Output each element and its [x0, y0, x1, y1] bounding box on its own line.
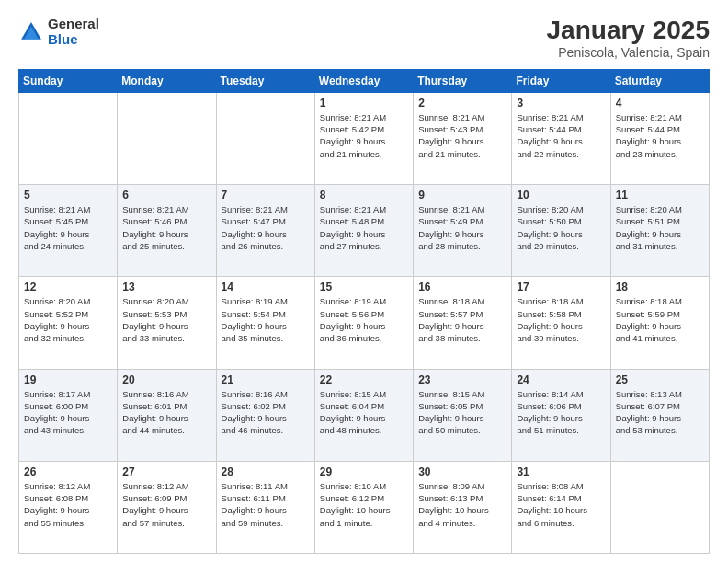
day-info: Sunrise: 8:21 AM Sunset: 5:43 PM Dayligh… — [418, 111, 506, 160]
calendar-week-row: 1Sunrise: 8:21 AM Sunset: 5:42 PM Daylig… — [19, 92, 710, 184]
table-row: 4Sunrise: 8:21 AM Sunset: 5:44 PM Daylig… — [610, 92, 709, 184]
day-number: 12 — [24, 281, 112, 293]
table-row: 1Sunrise: 8:21 AM Sunset: 5:42 PM Daylig… — [314, 92, 413, 184]
day-info: Sunrise: 8:10 AM Sunset: 6:12 PM Dayligh… — [320, 480, 408, 529]
table-row: 18Sunrise: 8:18 AM Sunset: 5:59 PM Dayli… — [610, 277, 709, 369]
day-info: Sunrise: 8:21 AM Sunset: 5:42 PM Dayligh… — [320, 111, 408, 160]
table-row — [216, 92, 314, 184]
table-row: 12Sunrise: 8:20 AM Sunset: 5:52 PM Dayli… — [19, 277, 118, 369]
day-number: 14 — [222, 281, 310, 293]
table-row: 21Sunrise: 8:16 AM Sunset: 6:02 PM Dayli… — [216, 369, 314, 461]
day-number: 22 — [320, 373, 408, 386]
day-number: 25 — [616, 373, 704, 386]
col-saturday: Saturday — [610, 69, 709, 92]
table-row: 6Sunrise: 8:21 AM Sunset: 5:46 PM Daylig… — [118, 185, 216, 277]
day-info: Sunrise: 8:18 AM Sunset: 5:59 PM Dayligh… — [616, 295, 704, 344]
day-number: 29 — [320, 465, 408, 478]
day-info: Sunrise: 8:12 AM Sunset: 6:08 PM Dayligh… — [24, 480, 112, 529]
calendar-table: Sunday Monday Tuesday Wednesday Thursday… — [18, 69, 710, 554]
day-number: 10 — [517, 189, 605, 201]
logo-icon — [18, 19, 44, 45]
day-number: 3 — [517, 97, 605, 109]
table-row: 13Sunrise: 8:20 AM Sunset: 5:53 PM Dayli… — [118, 277, 216, 369]
day-number: 1 — [320, 97, 408, 109]
table-row — [610, 461, 709, 553]
col-monday: Monday — [118, 69, 216, 92]
table-row: 14Sunrise: 8:19 AM Sunset: 5:54 PM Dayli… — [216, 277, 314, 369]
day-number: 11 — [616, 189, 704, 201]
day-number: 23 — [418, 373, 506, 386]
day-number: 17 — [517, 281, 605, 293]
table-row: 31Sunrise: 8:08 AM Sunset: 6:14 PM Dayli… — [512, 461, 610, 553]
table-row: 9Sunrise: 8:21 AM Sunset: 5:49 PM Daylig… — [414, 185, 512, 277]
table-row: 22Sunrise: 8:15 AM Sunset: 6:04 PM Dayli… — [314, 369, 413, 461]
header-row: Sunday Monday Tuesday Wednesday Thursday… — [19, 69, 710, 92]
day-number: 31 — [517, 465, 605, 478]
day-info: Sunrise: 8:16 AM Sunset: 6:01 PM Dayligh… — [122, 388, 210, 437]
day-number: 24 — [517, 373, 605, 386]
day-number: 6 — [122, 189, 210, 201]
col-thursday: Thursday — [414, 69, 512, 92]
calendar-week-row: 26Sunrise: 8:12 AM Sunset: 6:08 PM Dayli… — [19, 461, 710, 553]
day-info: Sunrise: 8:13 AM Sunset: 6:07 PM Dayligh… — [616, 388, 704, 437]
day-info: Sunrise: 8:21 AM Sunset: 5:45 PM Dayligh… — [24, 203, 112, 252]
day-number: 13 — [122, 281, 210, 293]
day-number: 20 — [122, 373, 210, 386]
subtitle: Peniscola, Valencia, Spain — [547, 45, 710, 60]
table-row: 23Sunrise: 8:15 AM Sunset: 6:05 PM Dayli… — [414, 369, 512, 461]
table-row: 24Sunrise: 8:14 AM Sunset: 6:06 PM Dayli… — [512, 369, 610, 461]
table-row: 28Sunrise: 8:11 AM Sunset: 6:11 PM Dayli… — [216, 461, 314, 553]
col-wednesday: Wednesday — [314, 69, 413, 92]
table-row: 17Sunrise: 8:18 AM Sunset: 5:58 PM Dayli… — [512, 277, 610, 369]
day-info: Sunrise: 8:20 AM Sunset: 5:52 PM Dayligh… — [24, 295, 112, 344]
table-row: 16Sunrise: 8:18 AM Sunset: 5:57 PM Dayli… — [414, 277, 512, 369]
header: General Blue January 2025 Peniscola, Val… — [18, 17, 710, 60]
table-row: 2Sunrise: 8:21 AM Sunset: 5:43 PM Daylig… — [414, 92, 512, 184]
day-info: Sunrise: 8:20 AM Sunset: 5:53 PM Dayligh… — [122, 295, 210, 344]
table-row: 11Sunrise: 8:20 AM Sunset: 5:51 PM Dayli… — [610, 185, 709, 277]
table-row: 25Sunrise: 8:13 AM Sunset: 6:07 PM Dayli… — [610, 369, 709, 461]
logo-blue: Blue — [48, 32, 99, 48]
day-info: Sunrise: 8:12 AM Sunset: 6:09 PM Dayligh… — [122, 480, 210, 529]
day-info: Sunrise: 8:18 AM Sunset: 5:58 PM Dayligh… — [517, 295, 605, 344]
col-sunday: Sunday — [19, 69, 118, 92]
day-number: 5 — [24, 189, 112, 201]
day-number: 27 — [122, 465, 210, 478]
logo-text: General Blue — [48, 17, 99, 47]
table-row: 29Sunrise: 8:10 AM Sunset: 6:12 PM Dayli… — [314, 461, 413, 553]
day-info: Sunrise: 8:11 AM Sunset: 6:11 PM Dayligh… — [222, 480, 310, 529]
day-number: 7 — [222, 189, 310, 201]
day-info: Sunrise: 8:21 AM Sunset: 5:49 PM Dayligh… — [418, 203, 506, 252]
table-row: 15Sunrise: 8:19 AM Sunset: 5:56 PM Dayli… — [314, 277, 413, 369]
col-tuesday: Tuesday — [216, 69, 314, 92]
day-number: 15 — [320, 281, 408, 293]
page: General Blue January 2025 Peniscola, Val… — [0, 0, 728, 563]
day-info: Sunrise: 8:19 AM Sunset: 5:56 PM Dayligh… — [320, 295, 408, 344]
table-row: 5Sunrise: 8:21 AM Sunset: 5:45 PM Daylig… — [19, 185, 118, 277]
day-info: Sunrise: 8:09 AM Sunset: 6:13 PM Dayligh… — [418, 480, 506, 529]
title-block: January 2025 Peniscola, Valencia, Spain — [547, 17, 710, 60]
day-info: Sunrise: 8:21 AM Sunset: 5:48 PM Dayligh… — [320, 203, 408, 252]
day-info: Sunrise: 8:08 AM Sunset: 6:14 PM Dayligh… — [517, 480, 605, 529]
day-info: Sunrise: 8:16 AM Sunset: 6:02 PM Dayligh… — [222, 388, 310, 437]
table-row: 30Sunrise: 8:09 AM Sunset: 6:13 PM Dayli… — [414, 461, 512, 553]
day-number: 28 — [222, 465, 310, 478]
table-row — [118, 92, 216, 184]
day-info: Sunrise: 8:19 AM Sunset: 5:54 PM Dayligh… — [222, 295, 310, 344]
day-info: Sunrise: 8:15 AM Sunset: 6:05 PM Dayligh… — [418, 388, 506, 437]
day-info: Sunrise: 8:20 AM Sunset: 5:51 PM Dayligh… — [616, 203, 704, 252]
table-row — [19, 92, 118, 184]
day-info: Sunrise: 8:21 AM Sunset: 5:47 PM Dayligh… — [222, 203, 310, 252]
day-number: 9 — [418, 189, 506, 201]
day-info: Sunrise: 8:14 AM Sunset: 6:06 PM Dayligh… — [517, 388, 605, 437]
main-title: January 2025 — [547, 17, 710, 45]
day-info: Sunrise: 8:21 AM Sunset: 5:44 PM Dayligh… — [616, 111, 704, 160]
table-row: 7Sunrise: 8:21 AM Sunset: 5:47 PM Daylig… — [216, 185, 314, 277]
table-row: 8Sunrise: 8:21 AM Sunset: 5:48 PM Daylig… — [314, 185, 413, 277]
day-info: Sunrise: 8:21 AM Sunset: 5:46 PM Dayligh… — [122, 203, 210, 252]
day-number: 30 — [418, 465, 506, 478]
day-number: 2 — [418, 97, 506, 109]
table-row: 26Sunrise: 8:12 AM Sunset: 6:08 PM Dayli… — [19, 461, 118, 553]
day-number: 8 — [320, 189, 408, 201]
logo: General Blue — [18, 17, 99, 47]
